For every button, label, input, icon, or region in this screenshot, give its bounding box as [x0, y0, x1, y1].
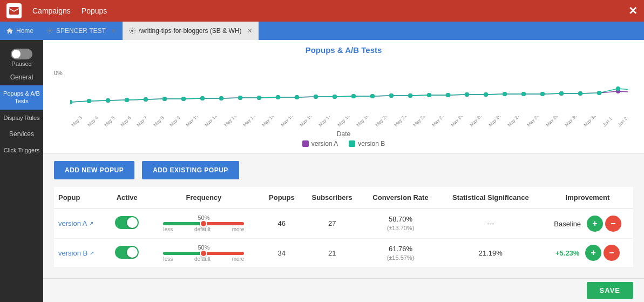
- add-button-a[interactable]: +: [587, 216, 603, 232]
- table-section: Popup Active Frequency Popups Subscriber…: [43, 187, 644, 278]
- col-popups: Popups: [261, 187, 302, 209]
- sidebar-item-display-rules[interactable]: Display Rules: [0, 110, 43, 126]
- svg-point-63: [616, 86, 620, 91]
- active-toggle-a[interactable]: [115, 216, 139, 229]
- table-row: version B ↗ 50%: [54, 238, 633, 268]
- nav-campaigns[interactable]: Campaigns: [32, 6, 71, 15]
- save-bar: SAVE: [43, 278, 644, 302]
- svg-point-1: [49, 30, 51, 32]
- tab-spencer[interactable]: SPENCER TEST ✕: [40, 22, 123, 40]
- svg-point-57: [503, 92, 507, 96]
- svg-point-46: [295, 95, 299, 99]
- popup-name-a: version A ↗: [54, 209, 107, 238]
- save-button[interactable]: SAVE: [587, 282, 633, 299]
- slider-a: 50% less default more: [160, 214, 247, 232]
- slider-track-a[interactable]: [163, 222, 244, 225]
- svg-point-60: [559, 91, 564, 96]
- date-axis: May 3 May 4 May 5 May 6 May 7 May 8 May …: [70, 116, 628, 129]
- svg-point-52: [408, 93, 412, 98]
- window-close-button[interactable]: ✕: [628, 4, 638, 17]
- settings-icon-1: [46, 28, 53, 34]
- svg-point-44: [257, 96, 261, 100]
- frequency-cell-b: 50% less default more: [146, 238, 261, 268]
- chart-legend: version A version B: [54, 140, 633, 147]
- svg-point-40: [181, 97, 186, 101]
- svg-point-50: [370, 94, 375, 98]
- svg-point-2: [131, 30, 133, 32]
- chart-container: 0%: [54, 59, 633, 129]
- svg-point-51: [389, 93, 394, 98]
- remove-button-b[interactable]: −: [604, 245, 620, 261]
- paused-label: Paused: [11, 61, 31, 67]
- svg-rect-0: [9, 7, 19, 15]
- svg-point-54: [446, 93, 450, 97]
- paused-toggle[interactable]: [11, 49, 32, 59]
- active-toggle-b[interactable]: [115, 246, 139, 259]
- svg-point-43: [238, 96, 242, 100]
- version-b-link[interactable]: version B ↗: [58, 249, 103, 257]
- add-new-popup-button[interactable]: ADD NEW POPUP: [54, 161, 134, 179]
- svg-point-34: [70, 100, 72, 104]
- active-cell-a: [107, 209, 146, 238]
- improvement-b: +5.23% + −: [542, 238, 633, 268]
- conversion-cell-b: 61.76% (±15.57%): [362, 238, 439, 268]
- add-existing-popup-button[interactable]: ADD EXISTING POPUP: [142, 161, 239, 179]
- svg-point-35: [87, 99, 91, 103]
- toggle-knob-a: [127, 217, 138, 228]
- svg-point-53: [427, 93, 431, 97]
- svg-point-58: [521, 92, 526, 96]
- version-a-link[interactable]: version A ↗: [58, 219, 103, 227]
- legend-version-a: version A: [302, 140, 338, 147]
- content-area: Popups & A/B Tests 0%: [43, 40, 644, 302]
- svg-point-38: [144, 97, 148, 102]
- nav-popups[interactable]: Popups: [82, 6, 107, 15]
- sidebar-item-click-triggers[interactable]: Click Triggers: [0, 142, 43, 158]
- chart-title: Popups & A/B Tests: [54, 45, 633, 55]
- conversion-cell-a: 58.70% (±13.70%): [362, 209, 439, 238]
- sidebar-item-services[interactable]: Services: [0, 126, 43, 142]
- col-statistical: Statistical Significance: [439, 187, 542, 209]
- chart-y-label: 0%: [54, 70, 63, 76]
- svg-point-55: [465, 92, 469, 97]
- tab-writing[interactable]: /writing-tips-for-bloggers (SB & WH) ✕: [123, 22, 259, 40]
- tab-spencer-close[interactable]: ✕: [111, 28, 116, 35]
- settings-icon-2: [129, 28, 135, 34]
- chart-svg: [70, 59, 628, 110]
- ab-tests-table: Popup Active Frequency Popups Subscriber…: [54, 187, 633, 268]
- svg-point-47: [314, 95, 318, 99]
- svg-point-62: [597, 91, 601, 95]
- col-frequency: Frequency: [146, 187, 261, 209]
- slider-thumb-a[interactable]: [200, 220, 207, 227]
- legend-dot-b: [349, 140, 355, 147]
- frequency-cell-a: 50% less default more: [146, 209, 261, 238]
- tab-writing-close[interactable]: ✕: [247, 28, 252, 35]
- col-subscribers: Subscribers: [302, 187, 362, 209]
- svg-point-39: [162, 97, 167, 101]
- slider-thumb-b[interactable]: [200, 250, 207, 257]
- svg-point-41: [200, 96, 205, 100]
- svg-point-37: [125, 98, 129, 102]
- svg-point-36: [106, 98, 110, 103]
- svg-point-49: [351, 94, 356, 98]
- col-improvement: Improvement: [542, 187, 633, 209]
- external-link-icon-a: ↗: [89, 220, 93, 226]
- subscribers-count-b: 21: [302, 238, 362, 268]
- svg-point-45: [276, 95, 280, 99]
- buttons-row: ADD NEW POPUP ADD EXISTING POPUP: [43, 153, 644, 187]
- svg-point-42: [219, 96, 223, 100]
- app-icon: [6, 3, 22, 18]
- subscribers-count-a: 27: [302, 209, 362, 238]
- col-active: Active: [107, 187, 146, 209]
- add-button-b[interactable]: +: [585, 245, 601, 261]
- sidebar-item-popups[interactable]: Popups & A/B Tests: [0, 85, 43, 110]
- tab-home[interactable]: Home: [0, 22, 40, 40]
- improvement-a: Baseline + −: [542, 209, 633, 238]
- stat-sig-a: ---: [439, 209, 542, 238]
- remove-button-a[interactable]: −: [605, 216, 621, 232]
- sidebar-item-general[interactable]: General: [0, 69, 43, 85]
- stat-sig-b: 21.19%: [439, 238, 542, 268]
- svg-point-59: [540, 92, 545, 96]
- slider-track-b[interactable]: [163, 252, 244, 255]
- tab-bar: Home SPENCER TEST ✕ /writing-tips-for-bl…: [0, 22, 644, 40]
- popup-name-b: version B ↗: [54, 238, 107, 268]
